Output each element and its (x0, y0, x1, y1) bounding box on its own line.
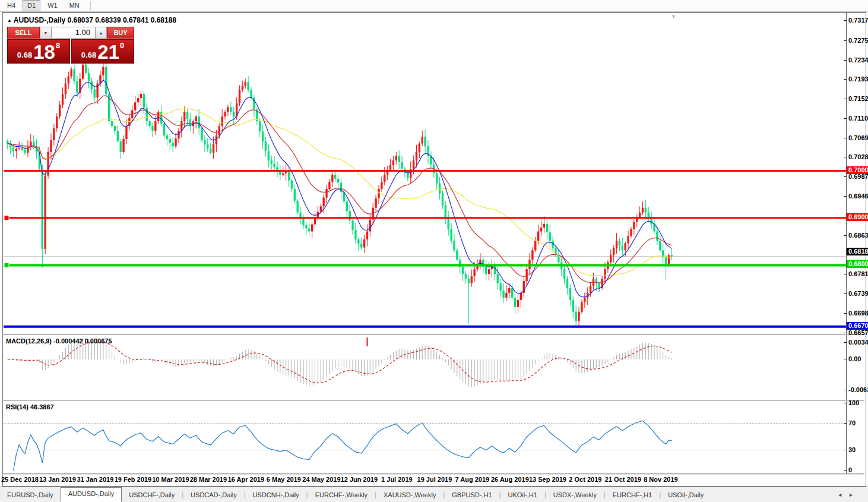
volume-increase-button[interactable]: ▲ (95, 27, 107, 39)
candle-body (349, 211, 350, 220)
line-drag-handle[interactable] (4, 216, 9, 220)
date-axis-label: 19 Jul 2019 (417, 476, 452, 483)
candle-body (328, 182, 330, 189)
candle-body (137, 98, 139, 102)
price-axis-label: 0.69460 (848, 192, 864, 200)
candle-body (183, 112, 185, 121)
buy-button[interactable]: BUY (107, 27, 134, 39)
candle-body (201, 128, 202, 140)
buy-price-big: 21 (97, 42, 119, 62)
chart-tab-usdchf-daily[interactable]: USDCHF-,Daily (122, 488, 182, 501)
chart-tab-usdcnh-daily[interactable]: USDCNH-,Daily (246, 488, 306, 501)
candle-body (479, 260, 481, 264)
candle-body (456, 250, 458, 260)
axis-tick (844, 235, 847, 236)
candle-body (308, 228, 310, 231)
chart-tab-xauusd-weekly[interactable]: XAUUSD-,Weekly (376, 488, 443, 501)
timeframe-button-w1[interactable]: W1 (43, 0, 62, 11)
candle-body (76, 81, 78, 93)
chart-tab-gbpusd-h1[interactable]: GBPUSD-,H1 (445, 488, 499, 501)
candle-body (186, 112, 188, 119)
chart-tab-eurusd-daily[interactable]: EURUSD-,Daily (0, 488, 61, 501)
toolbar-separator (90, 1, 91, 10)
price-pane-canvas[interactable] (4, 13, 846, 472)
candle-body (125, 126, 127, 139)
spin-up-icon: ▲ (99, 31, 103, 35)
axis-tick (844, 403, 847, 403)
candle-body (172, 143, 173, 146)
candle-body (143, 94, 145, 108)
candle-body (514, 298, 516, 307)
price-axis-label: 0.66980 (848, 310, 864, 317)
candle-body (221, 116, 223, 126)
axis-tick (844, 274, 847, 274)
tab-scroll-arrows[interactable]: ◄► (837, 492, 860, 498)
candle-body (218, 126, 220, 135)
candle-body (85, 65, 87, 73)
chart-tab-usoil-daily[interactable]: USOil-,Daily (661, 488, 711, 501)
candle-body (163, 124, 165, 135)
chart-tab-usdx-weekly[interactable]: USDX-,Weekly (546, 488, 604, 501)
sell-quote-button[interactable]: 0.68 18 8 (7, 39, 70, 64)
candle-body (50, 140, 52, 152)
axis-tick (844, 313, 847, 314)
date-axis-label: 28 Mar 2019 (190, 476, 227, 483)
chart-pane-clip (4, 13, 846, 485)
candle-body (68, 77, 69, 84)
chart-tab-audusd-daily[interactable]: AUDUSD-,Daily (61, 487, 122, 502)
chart-tab-eurchf-weekly[interactable]: EURCHF-,Weekly (308, 488, 375, 501)
buy-quote-button[interactable]: 0.68 21 0 (71, 39, 134, 64)
date-axis-label: 13 Jan 2019 (39, 476, 76, 483)
candle-body (569, 288, 571, 300)
line-drag-handle[interactable] (4, 263, 9, 267)
macd-signal-line (8, 342, 672, 383)
rsi-line (13, 421, 671, 471)
timeframe-button-mn[interactable]: MN (65, 0, 84, 11)
candle-body (627, 236, 629, 243)
spin-down-icon: ▼ (44, 31, 48, 35)
candle-body (59, 105, 61, 116)
candle-body (175, 138, 176, 146)
candle-body (297, 201, 299, 213)
candle-body (42, 169, 43, 249)
chart-tab-usdcad-daily[interactable]: USDCAD-,Daily (183, 488, 244, 501)
candle-body (543, 224, 545, 228)
price-line-badge: 0.66705 (847, 322, 868, 330)
candle-body (12, 147, 14, 151)
chart-tab-ukoil-h1[interactable]: UKOil-,H1 (500, 488, 544, 501)
candle-body (625, 243, 626, 250)
candle-body (180, 121, 182, 131)
candle-body (381, 182, 382, 189)
candle-body (488, 269, 490, 274)
candle-body (320, 206, 322, 211)
volume-input[interactable]: 1.00 (52, 27, 95, 39)
candle-body (395, 156, 397, 160)
collapse-trade-panel-icon[interactable]: ▲ (7, 18, 12, 23)
sell-button[interactable]: SELL (7, 27, 40, 39)
candle-body (204, 140, 205, 144)
candle-body (102, 67, 104, 75)
candle-body (15, 149, 17, 151)
date-axis-label: 1 Jul 2019 (381, 476, 413, 483)
candle-body (581, 302, 582, 312)
candle-body (56, 116, 58, 128)
chart-tab-eurchf-h1[interactable]: EURCHF-,H1 (606, 488, 660, 501)
timeframe-button-h4[interactable]: H4 (2, 0, 20, 11)
sell-price-big: 18 (33, 42, 55, 62)
date-axis-label: 8 Nov 2019 (644, 476, 677, 483)
axis-tick (844, 359, 847, 359)
axis-tick (844, 40, 847, 41)
pane-separator-macd[interactable] (2, 334, 864, 335)
candle-body (668, 255, 670, 264)
volume-decrease-button[interactable]: ▼ (40, 27, 52, 39)
candle-body (227, 107, 229, 112)
chart-symbol-label: AUDUSD-,Daily (14, 16, 65, 24)
candle-body (465, 274, 467, 279)
date-axis-label: 26 Aug 2019 (491, 476, 529, 483)
candle-body (73, 70, 75, 81)
date-axis-label: 10 Mar 2019 (152, 476, 189, 483)
candle-body (502, 291, 504, 298)
timeframe-button-d1[interactable]: D1 (23, 0, 40, 11)
pane-separator-rsi[interactable] (2, 400, 864, 401)
chart-shift-marker-icon[interactable]: ▼ (671, 14, 676, 20)
